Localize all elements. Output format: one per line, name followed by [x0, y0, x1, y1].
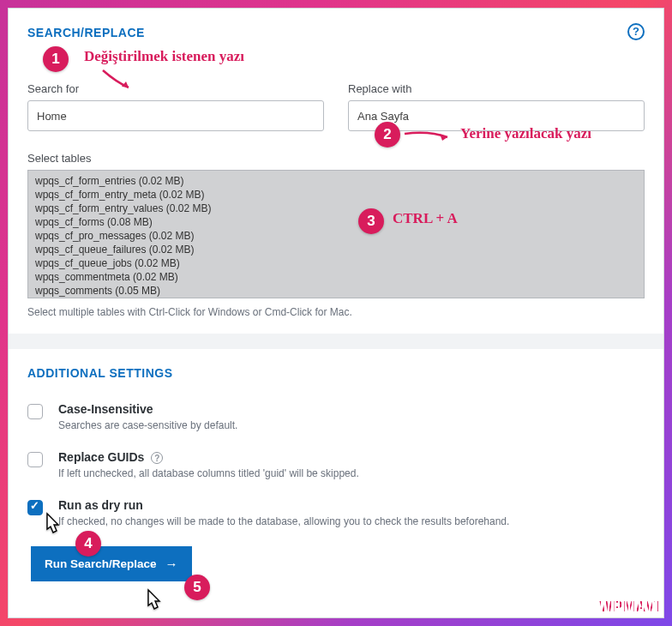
annotation-arrow-1 [99, 67, 134, 93]
checkbox-case-insensitive[interactable] [27, 404, 43, 419]
button-label: Run Search/Replace [45, 557, 157, 570]
list-item[interactable]: wpqs_commentmeta (0.02 MB) [35, 270, 637, 284]
setting-replace-guids: Replace GUIDs ? If left unchecked, all d… [27, 450, 645, 479]
divider [9, 334, 663, 349]
annotation-badge-5: 5 [184, 575, 210, 600]
watermark: WPMAVI [599, 599, 660, 615]
replace-label: Replace with [348, 82, 645, 95]
annotation-text-2: Yerine yazılacak yazı [460, 125, 591, 142]
tables-hint: Select multiple tables with Ctrl-Click f… [27, 306, 645, 318]
annotation-text-1: Değiştirilmek istenen yazı [84, 48, 244, 65]
list-item[interactable]: wpqs_cf_forms (0.08 MB) [35, 215, 637, 229]
setting-label: Replace GUIDs ? [58, 450, 359, 464]
list-item[interactable]: wpqs_e_events (0 MB) [35, 298, 637, 298]
search-label: Search for [27, 82, 324, 95]
annotation-badge-4: 4 [75, 531, 101, 557]
list-item[interactable]: wpqs_cf_pro_messages (0.02 MB) [35, 229, 637, 243]
section-title: ADDITIONAL SETTINGS [27, 366, 645, 380]
setting-dry-run: Run as dry run If checked, no changes wi… [27, 498, 645, 527]
list-item[interactable]: wpqs_cf_queue_failures (0.02 MB) [35, 243, 637, 256]
setting-label: Run as dry run [58, 498, 509, 512]
settings-panel: SEARCH/REPLACE ? Search for Replace with… [8, 8, 664, 618]
run-search-replace-button[interactable]: Run Search/Replace → [31, 546, 192, 581]
annotation-text-3: CTRL + A [393, 210, 458, 227]
setting-label: Case-Insensitive [58, 402, 237, 416]
checkbox-dry-run[interactable] [27, 500, 43, 515]
list-item[interactable]: wpqs_comments (0.05 MB) [35, 284, 637, 298]
annotation-badge-1: 1 [43, 46, 69, 72]
additional-settings-section: ADDITIONAL SETTINGS Case-Insensitive Sea… [9, 349, 663, 590]
section-title: SEARCH/REPLACE [27, 26, 645, 39]
arrow-right-icon: → [165, 557, 178, 571]
search-field: Search for [27, 82, 324, 131]
list-item[interactable]: wpqs_cf_queue_jobs (0.02 MB) [35, 256, 637, 270]
annotation-badge-2: 2 [375, 122, 400, 147]
search-input[interactable] [27, 100, 324, 131]
setting-desc: If checked, no changes will be made to t… [58, 515, 509, 527]
list-item[interactable]: wpqs_cf_form_entry_meta (0.02 MB) [35, 188, 637, 202]
help-icon[interactable]: ? [151, 452, 163, 464]
list-item[interactable]: wpqs_cf_form_entries (0.02 MB) [35, 174, 637, 188]
setting-desc: Searches are case-sensitive by default. [58, 419, 237, 431]
setting-case-insensitive: Case-Insensitive Searches are case-sensi… [27, 402, 645, 431]
table-list[interactable]: wpqs_cf_form_entries (0.02 MB) wpqs_cf_f… [27, 170, 645, 298]
annotation-badge-3: 3 [358, 208, 384, 234]
checkbox-replace-guids[interactable] [27, 452, 43, 467]
list-item[interactable]: wpqs_cf_form_entry_values (0.02 MB) [35, 202, 637, 215]
help-icon[interactable]: ? [627, 23, 645, 40]
annotation-arrow-2 [403, 129, 454, 146]
select-tables-label: Select tables [27, 152, 645, 165]
setting-desc: If left unchecked, all database columns … [58, 467, 359, 479]
